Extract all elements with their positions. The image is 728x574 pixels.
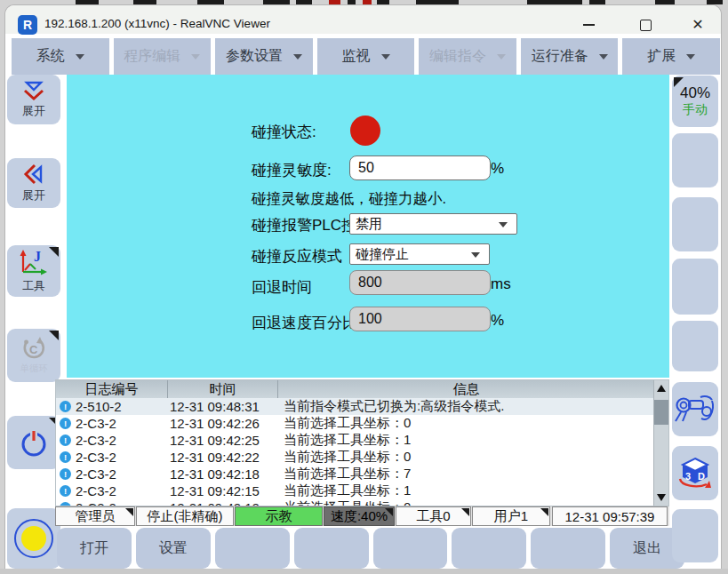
status-speed[interactable]: 速度:40% xyxy=(324,506,395,526)
backoff-speed-label: 回退速度百分比 xyxy=(252,313,357,333)
joystick-button[interactable] xyxy=(672,382,718,436)
chevron-down-icon xyxy=(76,54,84,60)
scroll-down-icon[interactable] xyxy=(657,494,666,501)
empty-button[interactable] xyxy=(215,528,290,569)
log-row[interactable]: 2-C3-2 12-31 09:42:12 当前选择工具坐标：0 xyxy=(56,499,668,506)
info-icon xyxy=(60,401,71,412)
single-cycle-label: 单循环 xyxy=(20,363,48,375)
single-cycle-icon: C xyxy=(20,336,47,361)
status-role[interactable]: 管理员 xyxy=(55,506,135,526)
menu-tab-label: 系统 xyxy=(36,47,65,66)
log-code: 2-C3-2 xyxy=(76,466,116,482)
scrollbar-thumb[interactable] xyxy=(654,400,668,425)
log-time: 12-31 09:42:18 xyxy=(168,466,278,482)
tool-label: 工具 xyxy=(22,278,45,294)
screen: R 192.168.1.200 (x11vnc) - RealVNC Viewe… xyxy=(0,0,728,574)
log-scrollbar[interactable] xyxy=(653,380,668,506)
corner-mark-icon xyxy=(125,508,133,516)
maximize-button[interactable] xyxy=(633,16,658,34)
chevron-down-icon xyxy=(497,54,506,60)
log-time: 12-31 09:42:12 xyxy=(168,500,278,506)
empty-button[interactable] xyxy=(373,528,448,569)
log-row[interactable]: 2-C3-2 12-31 09:42:15 当前选择工具坐标：1 xyxy=(56,482,668,499)
corner-mark-icon xyxy=(385,508,393,516)
corner-mark-icon xyxy=(49,331,59,340)
status-user[interactable]: 用户1 xyxy=(472,506,550,526)
menu-tab-label: 编辑指令 xyxy=(429,47,486,66)
chevron-down-icon xyxy=(293,54,302,60)
info-icon xyxy=(60,418,71,429)
log-time: 12-31 09:42:26 xyxy=(168,416,278,431)
log-row[interactable]: 2-C3-2 12-31 09:42:25 当前选择工具坐标：1 xyxy=(56,432,668,449)
menu-tab-extension[interactable]: 扩展 xyxy=(622,38,720,75)
log-time: 12-31 09:42:22 xyxy=(168,450,278,465)
menu-tab-program-edit: 程序编辑 xyxy=(114,38,212,75)
log-code: 2-C3-2 xyxy=(76,450,116,465)
single-cycle-button: C 单循环 xyxy=(7,329,60,382)
empty-side-button[interactable] xyxy=(672,509,718,562)
menu-tab-parameter-settings[interactable]: 参数设置 xyxy=(215,38,313,75)
empty-side-button[interactable] xyxy=(672,133,718,187)
log-row[interactable]: 2-510-2 12-31 09:48:31 当前指令模式已切换为:高级指令模式… xyxy=(56,398,668,415)
scroll-up-icon[interactable] xyxy=(657,385,666,392)
open-button[interactable]: 打开 xyxy=(57,528,132,569)
speed-mode-button[interactable]: 40% 手动 xyxy=(672,76,718,127)
settings-button[interactable]: 设置 xyxy=(136,528,211,569)
status-datetime-label: 12-31 09:57:39 xyxy=(565,509,655,524)
status-role-label: 管理员 xyxy=(76,508,116,525)
log-message: 当前选择工具坐标：1 xyxy=(278,432,668,449)
cube-3d-icon: 3 D xyxy=(676,454,715,493)
menu-tab-system[interactable]: 系统 xyxy=(12,38,109,75)
minimize-button[interactable] xyxy=(576,16,601,34)
empty-button[interactable] xyxy=(452,528,526,569)
backoff-time-label: 回退时间 xyxy=(252,277,312,298)
status-tool[interactable]: 工具0 xyxy=(396,506,471,526)
log-code: 2-C3-2 xyxy=(76,483,116,498)
sensitivity-input[interactable] xyxy=(349,155,491,180)
tool-coordinate-button[interactable]: J 工具 xyxy=(7,245,60,297)
log-row[interactable]: 2-C3-2 12-31 09:42:18 当前选择工具坐标：7 xyxy=(56,466,668,482)
header-time: 时间 xyxy=(168,380,278,398)
menu-tab-label: 监视 xyxy=(342,47,371,66)
corner-mark-icon xyxy=(540,508,548,516)
collision-status-indicator xyxy=(350,116,380,146)
corner-mark-icon xyxy=(461,508,469,516)
empty-side-button[interactable] xyxy=(672,197,718,251)
chevron-down-icon xyxy=(381,54,390,60)
log-code: 2-C3-2 xyxy=(76,416,116,431)
status-teach-mode: 示教 xyxy=(235,506,323,526)
expand-left-button[interactable]: 展开 xyxy=(7,158,60,208)
plc-control-select[interactable]: 禁用 xyxy=(349,213,517,235)
log-row[interactable]: 2-C3-2 12-31 09:42:26 当前选择工具坐标：0 xyxy=(56,415,668,432)
menu-tab-label: 扩展 xyxy=(647,47,676,66)
close-button[interactable]: ✕ xyxy=(685,16,710,34)
empty-button[interactable] xyxy=(294,528,369,569)
collision-status-label: 碰撞状态: xyxy=(252,122,316,142)
log-row[interactable]: 2-C3-2 12-31 09:42:22 当前选择工具坐标：0 xyxy=(56,449,668,466)
log-message: 当前选择工具坐标：0 xyxy=(278,415,668,432)
empty-button[interactable] xyxy=(531,528,605,569)
plc-control-value: 禁用 xyxy=(356,216,382,233)
log-time: 12-31 09:42:15 xyxy=(168,483,278,498)
empty-side-button[interactable] xyxy=(672,259,718,315)
empty-side-button[interactable] xyxy=(672,321,718,371)
view-3d-button[interactable]: 3 D xyxy=(672,446,718,500)
backoff-time-input xyxy=(349,270,491,295)
collision-settings-panel: 碰撞状态: 碰撞灵敏度: % 碰撞灵敏度越低，碰撞力越小. 碰撞报警PLC控制 … xyxy=(67,75,669,378)
tool-axes-icon: J xyxy=(18,248,50,276)
info-icon xyxy=(60,485,71,497)
log-message: 当前选择工具坐标：7 xyxy=(278,466,668,482)
menu-tab-run-prepare[interactable]: 运行准备 xyxy=(521,38,619,75)
window-title: 192.168.1.200 (x11vnc) - RealVNC Viewer xyxy=(44,17,270,30)
svg-text:D: D xyxy=(698,471,705,482)
status-run-state-label: 停止(非精确) xyxy=(148,508,223,525)
log-table: 日志编号 时间 信息 2-510-2 12-31 09:48:31 当前指令模式… xyxy=(55,379,669,506)
status-speed-label: 速度:40% xyxy=(331,508,388,525)
joystick-icon xyxy=(674,392,716,427)
dropdown-arrow-icon xyxy=(471,252,480,258)
reaction-mode-select[interactable]: 碰撞停止 xyxy=(349,243,490,265)
expand-down-button[interactable]: 展开 xyxy=(7,75,60,124)
enable-indicator-button[interactable] xyxy=(7,508,60,569)
menu-tab-monitor[interactable]: 监视 xyxy=(317,38,415,75)
power-button[interactable] xyxy=(7,416,60,469)
